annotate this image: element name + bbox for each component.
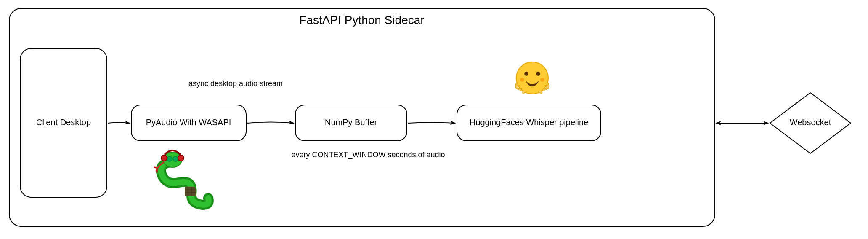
svg-point-1 — [524, 72, 528, 76]
svg-point-7 — [173, 156, 178, 161]
svg-point-4 — [540, 78, 544, 82]
node-numpy-buffer-label: NumPy Buffer — [325, 118, 377, 127]
svg-point-6 — [167, 156, 172, 161]
svg-point-8 — [161, 155, 167, 161]
svg-rect-10 — [185, 187, 196, 196]
node-websocket-label: Websocket — [790, 118, 831, 127]
arrow-numpy-whisper — [408, 123, 455, 124]
python-snake-headphones-icon — [154, 150, 209, 205]
huggingface-logo-icon — [515, 62, 549, 94]
node-websocket: Websocket — [770, 93, 851, 153]
arrow-pyaudio-numpy — [247, 122, 294, 124]
svg-point-9 — [178, 155, 184, 161]
node-pyaudio-label: PyAudio With WASAPI — [146, 118, 231, 127]
node-client-desktop-label: Client Desktop — [36, 118, 91, 127]
svg-point-2 — [536, 72, 540, 76]
svg-point-3 — [520, 78, 524, 82]
node-whisper-pipeline-label: HuggingFaces Whisper pipeline — [470, 118, 588, 127]
arrow-client-pyaudio — [108, 123, 130, 124]
edge-label-context-window: every CONTEXT_WINDOW seconds of audio — [291, 150, 445, 159]
container-title: FastAPI Python Sidecar — [299, 13, 424, 27]
edge-label-audio-stream: async desktop audio stream — [188, 79, 283, 88]
